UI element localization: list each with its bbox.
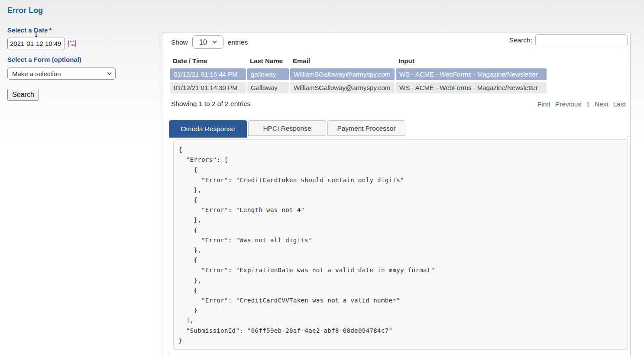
response-json-text: { "Errors": [ { "Error": "CreditCardToke… (174, 140, 628, 350)
cell-email[interactable]: WilliamSGalloway@armyspy.com (290, 82, 395, 93)
page-size-value: 10 (199, 39, 207, 46)
cell-date-time[interactable]: 01/12/21 01:16:44 PM (170, 68, 246, 80)
table-search-row: Search: (509, 34, 628, 46)
cell-date-time[interactable]: 01/12/21 01:14:30 PM (170, 82, 246, 93)
table-search-input[interactable] (535, 34, 628, 46)
pagination-last[interactable]: Last (613, 100, 626, 108)
entries-label: entries (228, 39, 248, 46)
search-button[interactable]: Search (7, 89, 39, 101)
pagination-first[interactable]: First (537, 100, 550, 108)
pagination-previous[interactable]: Previous (555, 100, 581, 108)
response-json-box: { "Errors": [ { "Error": "CreditCardToke… (173, 139, 628, 350)
column-header-date[interactable]: Date / Time (170, 56, 246, 67)
column-header-input[interactable]: Input (396, 56, 547, 67)
form-select[interactable]: Make a selection (7, 68, 116, 80)
date-input[interactable] (7, 38, 65, 49)
cell-last-name[interactable]: galloway (247, 68, 289, 80)
required-asterisk: * (49, 26, 52, 34)
table-search-label: Search: (509, 36, 532, 44)
results-card: Show 10 entries Search: Date / Time Last… (162, 32, 631, 357)
show-label: Show (171, 39, 188, 46)
cell-input[interactable]: WS - ACME - WebForms - Magazine/Newslett… (396, 68, 547, 80)
cell-last-name[interactable]: Galloway (247, 82, 289, 93)
calendar-ring-icon (73, 41, 74, 42)
chevron-down-icon (107, 71, 112, 75)
chevron-down-icon (213, 39, 217, 44)
table-row[interactable]: 01/12/21 01:14:30 PM Galloway WilliamSGa… (170, 82, 547, 93)
date-field-label-text: Select a Date (7, 26, 48, 34)
page-title: Error Log (7, 6, 155, 15)
pagination-next[interactable]: Next (595, 100, 608, 108)
sidebar: Error Log Select a Date* 31 Select a For… (7, 6, 155, 15)
page-size-select[interactable]: 10 (192, 35, 223, 49)
pagination: First Previous 1 Next Last (537, 100, 626, 108)
form-select-value: Make a selection (12, 70, 61, 77)
tab-hpci-response[interactable]: HPCI Response (248, 120, 326, 136)
page-size-row: Show 10 entries (171, 35, 248, 49)
form-field-label: Select a Form (optional) (7, 56, 81, 63)
date-field-label: Select a Date* (7, 26, 52, 34)
column-header-email[interactable]: Email (290, 56, 395, 67)
table-header-row: Date / Time Last Name Email Input (170, 56, 547, 67)
cell-input[interactable]: WS - ACME - WebForms - Magazine/Newslett… (396, 82, 547, 93)
table-summary: Showing 1 to 2 of 2 entries (171, 100, 251, 108)
tab-omeda-response[interactable]: Omeda Response (169, 120, 247, 138)
calendar-day-number: 31 (71, 43, 75, 47)
column-header-last-name[interactable]: Last Name (247, 56, 289, 67)
tab-payment-processor[interactable]: Payment Processor (327, 120, 405, 136)
cell-email[interactable]: WilliamSGalloway@armyspy.com (290, 68, 395, 80)
calendar-ring-icon (70, 41, 71, 42)
pagination-page-1[interactable]: 1 (586, 100, 590, 108)
error-log-table: Date / Time Last Name Email Input 01/12/… (169, 54, 548, 95)
calendar-icon[interactable]: 31 (68, 40, 76, 47)
table-row[interactable]: 01/12/21 01:16:44 PM galloway WilliamSGa… (170, 68, 547, 80)
response-tabs: Omeda Response HPCI Response Payment Pro… (169, 120, 405, 138)
tab-content-panel: { "Errors": [ { "Error": "CreditCardToke… (169, 136, 631, 355)
date-field-row: 31 (7, 38, 76, 49)
